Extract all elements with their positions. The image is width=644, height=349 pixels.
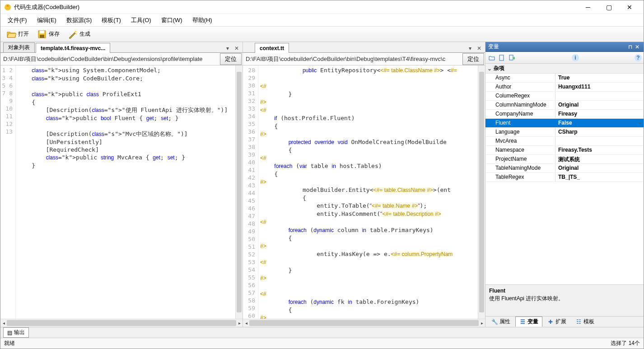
- prop-row-fluent[interactable]: FluentFalse⌄: [485, 119, 644, 128]
- maximize-button[interactable]: ▢: [598, 1, 619, 14]
- build-label: 生成: [79, 30, 90, 38]
- prop-row-columnnamingmode[interactable]: ColumnNamingModeOriginal: [485, 101, 644, 110]
- add-file-icon[interactable]: +: [507, 53, 516, 62]
- help-icon[interactable]: ?: [635, 54, 642, 61]
- prop-name: ColumeRegex: [485, 92, 555, 100]
- panel-close-icon[interactable]: ✕: [634, 43, 641, 51]
- property-grid[interactable]: ⌄杂项AsyncTrueAuthorHuangxd111ColumeRegexC…: [485, 64, 644, 284]
- left-hscroll[interactable]: ◂▸: [0, 319, 243, 327]
- prop-value[interactable]: Huangxd111: [555, 83, 644, 91]
- menu-bar: 文件(F) 编辑(E) 数据源(S) 模板(T) 工具(O) 窗口(W) 帮助(…: [0, 14, 644, 27]
- status-bar: 就绪 选择了 14个: [0, 338, 644, 349]
- wrench-icon: 🔧: [491, 319, 498, 325]
- prop-name: ColumnNamingMode: [485, 101, 555, 109]
- prop-row-columeregex[interactable]: ColumeRegex: [485, 92, 644, 101]
- prop-name: ProjectName: [485, 155, 555, 163]
- open-button[interactable]: 打开: [3, 28, 32, 41]
- menu-tools[interactable]: 工具(O): [126, 14, 156, 26]
- menu-window[interactable]: 窗口(W): [157, 14, 187, 26]
- prop-row-language[interactable]: LanguageCSharp: [485, 128, 644, 137]
- left-code-area[interactable]: 1 2 3 4 5 6 7 8 9 10 11 12 13 class="k">…: [0, 65, 243, 319]
- btab-ext[interactable]: ✚扩展: [543, 316, 570, 327]
- tab-close-button[interactable]: ✕: [475, 44, 483, 52]
- build-button[interactable]: 生成: [65, 28, 93, 41]
- svg-point-0: [5, 4, 11, 10]
- prop-value[interactable]: Original: [555, 164, 644, 172]
- menu-file[interactable]: 文件(F): [3, 14, 32, 26]
- save-button[interactable]: 保存: [34, 28, 63, 41]
- menu-help[interactable]: 帮助(H): [188, 14, 217, 26]
- prop-value[interactable]: False⌄: [555, 119, 644, 127]
- prop-name: Namespace: [485, 146, 555, 154]
- btab-tpl[interactable]: ☷模板: [571, 316, 598, 327]
- tab-template-profile[interactable]: template.t4.fireasy-mvc...: [36, 43, 110, 53]
- desc-text: 使用 FluentApi 进行实体映射。: [489, 295, 640, 302]
- prop-row-namespace[interactable]: NamespaceFireasy.Tests: [485, 146, 644, 155]
- left-editor-panel: 对象列表 template.t4.fireasy-mvc... ▾ ✕ D:\F…: [0, 42, 243, 327]
- tab-dropdown-button[interactable]: ▾: [466, 44, 474, 52]
- left-locate-button[interactable]: 定位: [220, 53, 242, 65]
- group-row[interactable]: ⌄杂项: [485, 64, 644, 74]
- right-vscroll[interactable]: [478, 65, 485, 319]
- magic-wand-icon: [68, 29, 78, 39]
- chevron-down-icon[interactable]: ⌄: [487, 65, 494, 72]
- prop-name: Async: [485, 74, 555, 82]
- prop-value[interactable]: 测试系统: [555, 155, 644, 163]
- folder-icon[interactable]: [487, 53, 496, 62]
- left-tab-strip: 对象列表 template.t4.fireasy-mvc... ▾ ✕: [0, 42, 243, 53]
- prop-name: MvcArea: [485, 137, 555, 145]
- left-path-row: D:\FAIB\项目\codebuilder\CodeBuilder\bin\D…: [0, 53, 243, 65]
- menu-edit[interactable]: 编辑(E): [33, 14, 61, 26]
- folder-open-icon: [6, 29, 16, 39]
- dropdown-icon[interactable]: ⌄: [638, 120, 642, 125]
- btab-vars[interactable]: ☰变量: [515, 316, 542, 327]
- tab-context-tt[interactable]: context.tt: [255, 43, 289, 53]
- tab-dropdown-button[interactable]: ▾: [224, 44, 232, 52]
- title-bar: 代码生成器(CodeBuilder) ─ ▢ ✕: [0, 0, 644, 14]
- close-button[interactable]: ✕: [619, 1, 640, 14]
- left-vscroll[interactable]: [235, 65, 243, 319]
- svg-text:+: +: [513, 55, 515, 61]
- window-controls: ─ ▢ ✕: [578, 1, 640, 14]
- right-code-area[interactable]: 28 29 30 31 32 33 34 35 36 37 38 39 40 4…: [243, 65, 485, 319]
- info-icon[interactable]: i: [572, 54, 579, 61]
- minimize-button[interactable]: ─: [578, 1, 598, 14]
- pin-icon[interactable]: ⊓: [626, 43, 634, 51]
- prop-row-author[interactable]: AuthorHuangxd111: [485, 83, 644, 92]
- btab-props[interactable]: 🔧属性: [487, 316, 514, 327]
- output-tab[interactable]: ▤输出: [3, 327, 29, 338]
- right-hscroll[interactable]: ◂▸: [243, 319, 485, 327]
- new-file-icon[interactable]: [497, 53, 506, 62]
- right-code[interactable]: public EntityRepository<<#= table.ClassN…: [258, 65, 478, 319]
- output-panel-bar: ▤输出: [0, 327, 644, 338]
- left-gutter: 1 2 3 4 5 6 7 8 9 10 11 12 13: [0, 65, 16, 319]
- prop-row-companyname[interactable]: CompanyNameFireasy: [485, 110, 644, 119]
- prop-row-projectname[interactable]: ProjectName测试系统: [485, 155, 644, 164]
- right-editor-panel: context.tt ▾ ✕ D:\FAIB\项目\codebuilder\Co…: [243, 42, 485, 327]
- status-selection: 选择了 14个: [611, 340, 640, 347]
- menu-datasource[interactable]: 数据源(S): [62, 14, 96, 26]
- save-label: 保存: [49, 30, 60, 38]
- prop-value[interactable]: Fireasy.Tests: [555, 146, 644, 154]
- left-code[interactable]: class="k">using System.ComponentModel; c…: [16, 65, 235, 319]
- panel-title-label: 变量: [488, 43, 499, 51]
- svg-rect-3: [40, 35, 44, 38]
- prop-row-tableregex[interactable]: TableRegexTB_|TS_: [485, 173, 644, 182]
- prop-value[interactable]: [555, 137, 644, 145]
- prop-value[interactable]: True: [555, 74, 644, 82]
- menu-template[interactable]: 模板(T): [97, 14, 126, 26]
- prop-value[interactable]: [555, 92, 644, 100]
- main-content: 对象列表 template.t4.fireasy-mvc... ▾ ✕ D:\F…: [0, 42, 644, 327]
- save-icon: [37, 29, 47, 39]
- app-window: 代码生成器(CodeBuilder) ─ ▢ ✕ 文件(F) 编辑(E) 数据源…: [0, 0, 644, 349]
- prop-value[interactable]: Fireasy: [555, 110, 644, 118]
- right-locate-button[interactable]: 定位: [462, 53, 484, 65]
- prop-row-mvcarea[interactable]: MvcArea: [485, 137, 644, 146]
- prop-row-tablenamingmode[interactable]: TableNamingModeOriginal: [485, 164, 644, 173]
- tab-close-button[interactable]: ✕: [233, 44, 241, 52]
- tab-object-list[interactable]: 对象列表: [3, 42, 35, 52]
- prop-row-async[interactable]: AsyncTrue: [485, 74, 644, 83]
- prop-value[interactable]: CSharp: [555, 128, 644, 136]
- prop-value[interactable]: Original: [555, 101, 644, 109]
- prop-value[interactable]: TB_|TS_: [555, 173, 644, 181]
